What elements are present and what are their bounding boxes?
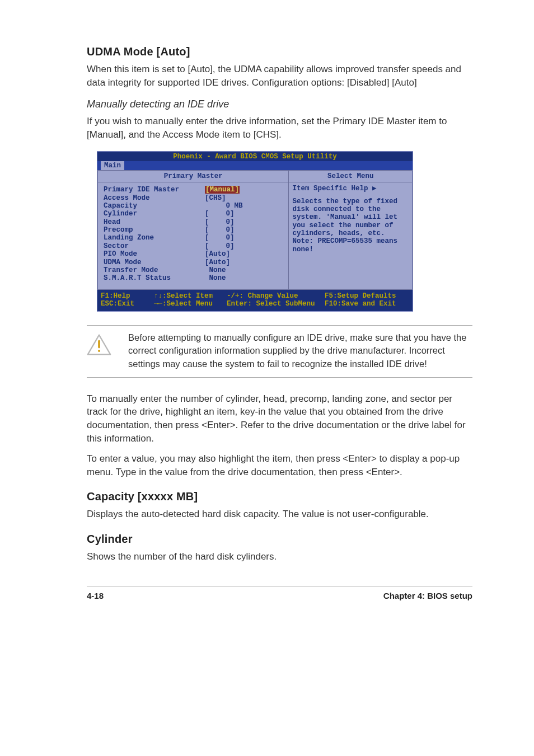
bios-setting-row[interactable]: Primary IDE Master[Manual] bbox=[104, 186, 283, 194]
bios-setting-label: Transfer Mode bbox=[104, 266, 205, 274]
bios-setting-label: UDMA Mode bbox=[104, 259, 205, 266]
bios-setting-row[interactable]: Transfer Mode None bbox=[104, 266, 283, 274]
bios-right-pane: Select Menu Item Specific Help ▶ Selects… bbox=[289, 170, 413, 290]
bios-screenshot: Phoenix - Award BIOS CMOS Setup Utility … bbox=[97, 151, 413, 312]
bios-help-text: Selects the type of fixed disk connected… bbox=[289, 198, 412, 265]
bios-key-select-item: ↑↓:Select Item bbox=[154, 292, 227, 300]
bios-help-title: Item Specific Help ▶ bbox=[289, 182, 412, 197]
bios-setting-row[interactable]: PIO Mode[Auto] bbox=[104, 250, 283, 258]
bios-setting-value[interactable]: [ 0] bbox=[205, 234, 283, 242]
svg-rect-1 bbox=[98, 340, 100, 349]
bios-setting-row[interactable]: Cylinder[ 0] bbox=[104, 210, 283, 218]
heading-cylinder: Cylinder bbox=[87, 531, 472, 547]
svg-point-2 bbox=[98, 350, 100, 352]
bios-key-select-menu: →←:Select Menu bbox=[154, 300, 227, 308]
bios-left-header: Primary Master bbox=[98, 171, 288, 182]
bios-setting-value[interactable]: None bbox=[205, 266, 283, 274]
bios-key-change-value: -/+: Change Value bbox=[227, 292, 325, 300]
bios-key-exit: ESC:Exit bbox=[101, 300, 154, 308]
bios-key-select-submenu: Enter: Select SubMenu bbox=[227, 300, 325, 308]
bios-setting-row[interactable]: Head[ 0] bbox=[104, 218, 283, 226]
bios-setting-label: Capacity bbox=[104, 202, 205, 210]
bios-setting-row[interactable]: UDMA Mode[Auto] bbox=[104, 259, 283, 266]
bios-setting-value[interactable]: [Auto] bbox=[205, 250, 283, 258]
body-udma-mode: When this item is set to [Auto], the UDM… bbox=[87, 63, 472, 90]
bios-setting-row[interactable]: Capacity 0 MB bbox=[104, 202, 283, 210]
bios-setting-value[interactable]: [ 0] bbox=[205, 242, 283, 250]
para-popup-entry: To enter a value, you may also highlight… bbox=[87, 452, 472, 479]
chapter-label: Chapter 4: BIOS setup bbox=[383, 590, 472, 602]
body-capacity: Displays the auto-detected hard disk cap… bbox=[87, 508, 472, 521]
bios-setting-label: S.M.A.R.T Status bbox=[104, 274, 205, 282]
bios-setting-label: Sector bbox=[104, 242, 205, 250]
bios-setting-value[interactable]: [Manual] bbox=[205, 186, 283, 194]
bios-setting-value[interactable]: [ 0] bbox=[205, 210, 283, 218]
bios-left-pane: Primary Master Primary IDE Master[Manual… bbox=[97, 170, 289, 290]
bios-settings-list: Primary IDE Master[Manual]Access Mode[CH… bbox=[98, 182, 288, 289]
bios-tab-main[interactable]: Main bbox=[101, 161, 124, 170]
bios-setting-value[interactable]: [ 0] bbox=[205, 226, 283, 234]
bios-setting-value[interactable]: [ 0] bbox=[205, 218, 283, 226]
bios-setting-value[interactable]: 0 MB bbox=[205, 202, 283, 210]
bios-setting-label: Head bbox=[104, 218, 205, 226]
bios-setting-label: Precomp bbox=[104, 226, 205, 234]
bios-setting-label: Landing Zone bbox=[104, 234, 205, 242]
heading-capacity: Capacity [xxxxx MB] bbox=[87, 489, 472, 504]
body-cylinder: Shows the number of the hard disk cylind… bbox=[87, 550, 472, 564]
bios-key-save-exit: F10:Save and Exit bbox=[325, 300, 409, 308]
subheading-manual-detect: Manually detecting an IDE drive bbox=[87, 97, 472, 111]
bios-title: Phoenix - Award BIOS CMOS Setup Utility bbox=[97, 152, 413, 161]
heading-udma-mode: UDMA Mode [Auto] bbox=[87, 44, 472, 59]
bios-setting-label: Access Mode bbox=[104, 194, 205, 202]
bios-key-setup-defaults: F5:Setup Defaults bbox=[325, 292, 409, 300]
bios-setting-row[interactable]: S.M.A.R.T Status None bbox=[104, 274, 283, 282]
bios-tab-row: Main bbox=[97, 161, 413, 170]
warning-icon bbox=[87, 331, 116, 370]
bios-setting-row[interactable]: Landing Zone[ 0] bbox=[104, 234, 283, 242]
bios-setting-value[interactable]: [CHS] bbox=[205, 194, 283, 202]
bios-footer: F1:Help ↑↓:Select Item -/+: Change Value… bbox=[97, 290, 413, 312]
bios-right-header: Select Menu bbox=[289, 171, 412, 182]
bios-setting-label: Cylinder bbox=[104, 210, 205, 218]
bios-setting-label: Primary IDE Master bbox=[104, 186, 205, 194]
bios-key-help: F1:Help bbox=[101, 292, 154, 300]
body-manual-detect: If you wish to manually enter the drive … bbox=[87, 115, 472, 142]
bios-setting-row[interactable]: Sector[ 0] bbox=[104, 242, 283, 250]
bios-setting-value[interactable]: None bbox=[205, 274, 283, 282]
page-number: 4-18 bbox=[87, 590, 104, 602]
note-text: Before attempting to manually configure … bbox=[128, 331, 471, 370]
note-box: Before attempting to manually configure … bbox=[87, 325, 472, 377]
bios-setting-value[interactable]: [Auto] bbox=[205, 259, 283, 266]
bios-setting-label: PIO Mode bbox=[104, 250, 205, 258]
para-manual-entry: To manually enter the number of cylinder… bbox=[87, 392, 472, 445]
bios-setting-row[interactable]: Precomp[ 0] bbox=[104, 226, 283, 234]
bios-setting-row[interactable]: Access Mode[CHS] bbox=[104, 194, 283, 202]
page-footer: 4-18 Chapter 4: BIOS setup bbox=[87, 586, 472, 602]
